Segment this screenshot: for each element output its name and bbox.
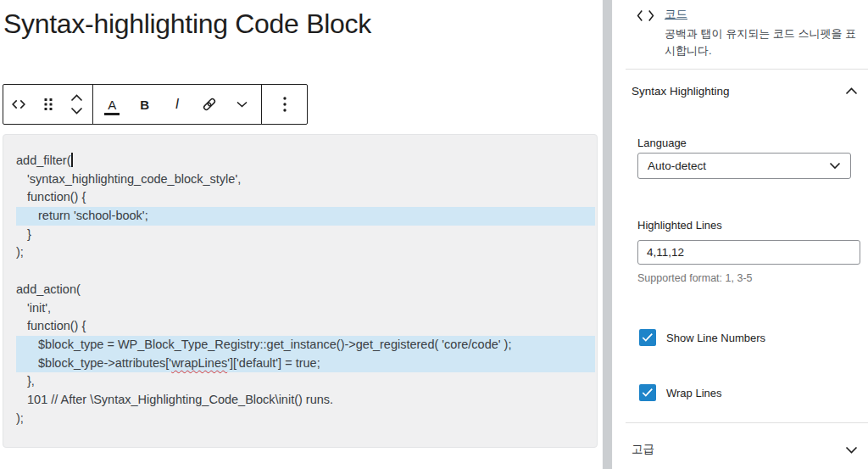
checkbox-checked-icon [639, 384, 656, 401]
code-icon [636, 8, 655, 26]
code-line[interactable]: 'syntax_highlighting_code_block_style', [16, 170, 595, 189]
chevron-down-icon [845, 446, 858, 454]
divider [626, 422, 868, 423]
checkbox-checked-icon [639, 329, 656, 346]
code-line[interactable]: return 'school-book'; [16, 207, 595, 226]
page-title[interactable]: Syntax-highlighting Code Block [3, 8, 371, 40]
code-line[interactable]: $block_type = WP_Block_Type_Registry::ge… [16, 336, 595, 355]
panel-title: Syntax Highlighting [632, 85, 730, 98]
panel-advanced[interactable]: 고급 [632, 442, 858, 457]
code-block-type-button[interactable] [5, 86, 32, 123]
divider [626, 69, 868, 70]
panel-title: 고급 [632, 442, 654, 457]
chevron-up-icon [845, 87, 858, 95]
code-block[interactable]: add_filter('syntax_highlighting_code_blo… [3, 134, 598, 448]
toolbar-group-block [3, 85, 93, 124]
scrollbar-thumb[interactable] [603, 0, 612, 469]
chevron-down-icon [70, 107, 83, 114]
code-line[interactable]: ); [16, 243, 595, 262]
code-line[interactable]: $block_type->attributes['wrapLines']['de… [16, 355, 595, 373]
code-line[interactable]: 'init', [16, 299, 595, 318]
code-line[interactable]: }, [16, 372, 595, 391]
language-select[interactable]: Auto-detect [637, 153, 851, 179]
highlighted-lines-input[interactable] [637, 240, 860, 265]
settings-sidebar: 코드 공백과 탭이 유지되는 코드 스니펫을 표시합니다. Syntax Hig… [613, 0, 868, 469]
block-description: 공백과 탭이 유지되는 코드 스니펫을 표시합니다. [665, 25, 865, 59]
drag-handle-icon [43, 98, 53, 111]
language-selected-value: Auto-detect [648, 159, 706, 172]
block-title-link[interactable]: 코드 [665, 7, 687, 22]
code-line[interactable]: function() { [16, 188, 595, 207]
text-caret [71, 153, 73, 167]
wrap-lines-checkbox[interactable]: Wrap Lines [639, 384, 722, 401]
block-toolbar: A B I [3, 84, 308, 125]
italic-button[interactable]: I [164, 86, 191, 123]
link-button[interactable] [196, 86, 223, 123]
highlight-color-button[interactable]: A [98, 86, 125, 123]
code-editor[interactable]: add_filter('syntax_highlighting_code_blo… [16, 152, 595, 427]
options-button[interactable] [271, 86, 298, 123]
drag-handle[interactable] [35, 86, 62, 123]
bold-button[interactable]: B [131, 86, 159, 123]
code-line[interactable]: } [16, 226, 595, 244]
code-line[interactable]: ); [16, 410, 595, 428]
spellcheck-error: wrapLines [171, 356, 227, 370]
toolbar-group-options [262, 85, 307, 124]
panel-syntax-highlighting[interactable]: Syntax Highlighting [632, 85, 858, 98]
more-formats-button[interactable] [229, 86, 256, 123]
link-icon [200, 95, 219, 114]
scrollbar[interactable] [602, 0, 613, 469]
ellipsis-icon [283, 97, 287, 112]
show-line-numbers-checkbox[interactable]: Show Line Numbers [639, 329, 765, 346]
chevron-up-icon [70, 94, 83, 102]
highlighted-lines-help: Supported format: 1, 3-5 [637, 272, 753, 284]
chevron-down-icon [829, 162, 841, 170]
code-block-icon [9, 97, 28, 112]
chevron-down-icon [236, 101, 248, 108]
code-line[interactable]: add_filter( [16, 152, 595, 170]
code-line[interactable]: function() { [16, 317, 595, 336]
checkbox-label: Wrap Lines [666, 387, 722, 399]
move-down-button[interactable] [70, 106, 83, 116]
checkbox-label: Show Line Numbers [666, 332, 765, 344]
language-label: Language [637, 137, 687, 149]
toolbar-group-format: A B I [93, 85, 262, 124]
highlighted-lines-label: Highlighted Lines [637, 219, 722, 232]
code-line[interactable]: 101 // After \Syntax_Highlighting_Code_B… [16, 391, 595, 410]
code-line[interactable] [16, 262, 595, 281]
code-line[interactable]: add_action( [16, 281, 595, 299]
move-up-button[interactable] [70, 93, 83, 103]
block-mover [64, 93, 91, 116]
